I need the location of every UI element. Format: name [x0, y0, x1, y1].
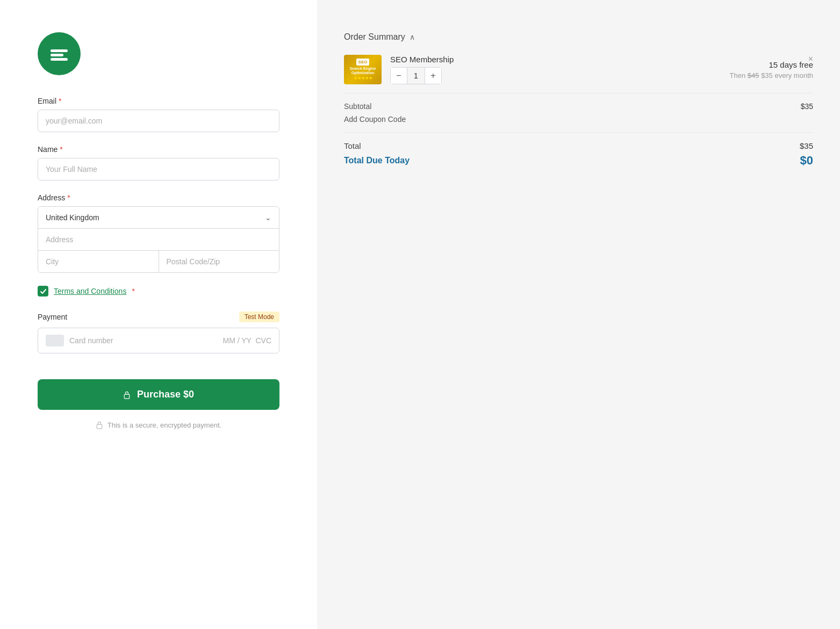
card-number-placeholder: Card number	[69, 336, 217, 345]
add-coupon-link[interactable]: Add Coupon Code	[344, 115, 406, 124]
address-fields-container: United Kingdom United States Canada Aust…	[38, 206, 279, 273]
payment-label: Payment	[38, 313, 67, 321]
order-summary-title: Order Summary	[344, 32, 405, 42]
email-label-text: Email	[38, 97, 56, 105]
total-label: Total	[344, 141, 361, 150]
payment-section: Payment Test Mode Card number MM / YY CV…	[38, 312, 279, 366]
free-trial-text: 15 days free	[730, 60, 813, 69]
svg-rect-3	[124, 394, 130, 399]
name-input[interactable]	[38, 158, 279, 180]
email-input[interactable]	[38, 110, 279, 132]
order-item: SEO Search EngineOptimization ★★★★★ SEO …	[344, 55, 813, 84]
email-required: *	[59, 97, 61, 105]
address-label: Address *	[38, 193, 279, 202]
address-required: *	[67, 193, 70, 202]
remove-item-button[interactable]: ×	[808, 55, 813, 63]
quantity-control: − 1 +	[390, 67, 442, 84]
city-input[interactable]	[38, 251, 159, 272]
name-label-text: Name	[38, 145, 58, 154]
terms-row: Terms and Conditions *	[38, 286, 279, 297]
subtotal-amount: $35	[801, 102, 813, 111]
card-expiry-cvc: MM / YY CVC	[222, 336, 271, 345]
purchase-button-label: Purchase $0	[137, 389, 194, 400]
name-required: *	[60, 145, 62, 154]
name-label: Name *	[38, 145, 279, 154]
email-label: Email *	[38, 97, 279, 105]
name-field-group: Name *	[38, 145, 279, 180]
current-price: $35	[761, 71, 773, 79]
terms-and-conditions-link[interactable]: Terms and Conditions	[54, 287, 126, 295]
lock-icon	[123, 391, 131, 399]
total-due-label: Total Due Today	[344, 156, 410, 165]
item-details: SEO Membership − 1 +	[390, 55, 721, 84]
svg-rect-0	[51, 49, 68, 52]
order-summary-header[interactable]: Order Summary ∧	[344, 32, 813, 42]
left-panel: Email * Name * Address * United Kingdom …	[0, 0, 317, 629]
item-pricing: 15 days free Then $45 $35 every month	[730, 60, 813, 79]
svg-rect-4	[97, 424, 102, 429]
purchase-button[interactable]: Purchase $0	[38, 379, 279, 410]
country-select[interactable]: United Kingdom United States Canada Aust…	[38, 207, 279, 228]
terms-required: *	[132, 287, 134, 295]
quantity-increase-button[interactable]: +	[425, 68, 441, 84]
address-section: Address * United Kingdom United States C…	[38, 193, 279, 273]
subtotal-row: Subtotal $35	[344, 102, 813, 111]
secure-note-text: This is a secure, encrypted payment.	[107, 421, 221, 429]
address-label-text: Address	[38, 193, 65, 202]
subtotal-label: Subtotal	[344, 102, 371, 111]
total-amount: $35	[800, 141, 813, 150]
zip-input[interactable]	[159, 251, 279, 272]
quantity-value: 1	[407, 68, 425, 84]
original-price: $45	[748, 71, 759, 79]
product-name: SEO Membership	[390, 55, 721, 64]
then-price: Then $45 $35 every month	[730, 71, 813, 79]
product-thumbnail: SEO Search EngineOptimization ★★★★★	[344, 55, 382, 84]
coupon-row: Add Coupon Code	[344, 115, 813, 124]
test-mode-badge: Test Mode	[239, 312, 279, 322]
card-input-wrapper[interactable]: Card number MM / YY CVC	[38, 328, 279, 353]
secure-lock-icon	[96, 421, 103, 429]
quantity-decrease-button[interactable]: −	[391, 68, 407, 84]
divider-1	[344, 93, 813, 93]
svg-rect-2	[51, 58, 68, 61]
city-zip-row	[38, 251, 279, 272]
terms-checkbox[interactable]	[38, 286, 48, 297]
secure-note: This is a secure, encrypted payment.	[38, 421, 279, 429]
total-due-row: Total Due Today $0	[344, 154, 813, 168]
brand-logo	[38, 32, 81, 75]
total-row: Total $35	[344, 141, 813, 150]
svg-rect-1	[51, 54, 63, 56]
card-icon	[46, 335, 64, 346]
chevron-up-icon: ∧	[410, 33, 415, 41]
payment-header: Payment Test Mode	[38, 312, 279, 322]
country-select-wrapper: United Kingdom United States Canada Aust…	[38, 207, 279, 229]
email-field-group: Email *	[38, 97, 279, 132]
divider-2	[344, 132, 813, 133]
right-panel: Order Summary ∧ SEO Search EngineOptimiz…	[317, 0, 840, 629]
address-line-input[interactable]	[38, 229, 279, 251]
total-due-amount: $0	[800, 154, 813, 168]
